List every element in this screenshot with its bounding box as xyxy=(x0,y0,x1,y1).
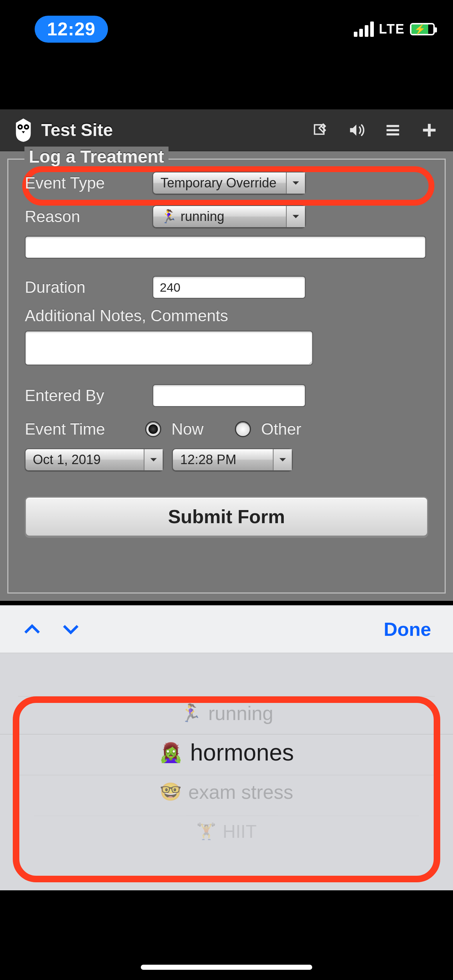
header-icons xyxy=(311,121,439,139)
svg-point-3 xyxy=(26,126,28,128)
event-type-value: Temporary Override xyxy=(153,175,286,191)
status-time-pill: 12:29 xyxy=(35,16,108,43)
volume-icon[interactable] xyxy=(347,121,365,139)
home-indicator xyxy=(141,965,312,970)
weightlifter-emoji-icon: 🏋️ xyxy=(196,822,216,841)
radio-now-label: Now xyxy=(171,420,204,438)
submit-button[interactable]: Submit Form xyxy=(25,496,428,537)
row-duration: Duration xyxy=(25,273,428,302)
chevron-down-icon xyxy=(144,449,163,470)
radio-other-label: Other xyxy=(261,420,301,438)
picker-option-selected[interactable]: 🧟‍♀️ hormones xyxy=(0,734,453,770)
plus-icon[interactable] xyxy=(420,121,439,139)
chevron-down-icon xyxy=(286,206,305,227)
brand: Test Site xyxy=(13,118,113,143)
picker-option-label: running xyxy=(208,702,273,724)
done-button[interactable]: Done xyxy=(384,618,431,640)
status-right: LTE ⚡ xyxy=(354,22,435,37)
runner-emoji-icon: 🏃‍♀️ xyxy=(180,703,202,723)
menu-icon[interactable] xyxy=(384,121,402,139)
picker-option-label: exam stress xyxy=(188,781,293,803)
date-value: Oct 1, 2019 xyxy=(26,452,144,468)
radio-other[interactable] xyxy=(235,421,251,437)
battery-icon: ⚡ xyxy=(410,23,435,35)
reason-text-input[interactable] xyxy=(25,236,426,258)
picker-option-label: hormones xyxy=(190,739,294,766)
input-accessory-bar: Done xyxy=(0,605,453,653)
chevron-down-icon xyxy=(273,449,292,470)
label-notes: Additional Notes, Comments xyxy=(25,307,428,325)
label-duration: Duration xyxy=(25,278,152,296)
event-type-select[interactable]: Temporary Override xyxy=(152,172,306,194)
chevron-down-icon xyxy=(286,172,305,194)
phone-frame: 12:29 LTE ⚡ Test Site xyxy=(0,0,453,980)
duration-input[interactable] xyxy=(152,276,306,299)
cellular-signal-icon xyxy=(354,22,374,37)
site-title: Test Site xyxy=(41,120,113,140)
time-value: 12:28 PM xyxy=(173,452,273,468)
row-entered-by: Entered By xyxy=(25,381,428,410)
label-reason: Reason xyxy=(25,207,152,226)
entered-by-input[interactable] xyxy=(152,384,306,407)
svg-point-2 xyxy=(19,126,21,128)
picker-option[interactable]: 🏋️ HIIT xyxy=(34,816,419,846)
treatment-form: Log a Treatment Event Type Temporary Ove… xyxy=(7,159,446,593)
zombie-emoji-icon: 🧟‍♀️ xyxy=(159,741,183,764)
row-event-time: Event Time Now Other xyxy=(25,415,428,443)
time-select[interactable]: 12:28 PM xyxy=(172,449,292,471)
row-reason: Reason 🏃‍♀️ running xyxy=(25,202,428,231)
label-event-time: Event Time xyxy=(25,420,145,438)
app-header: Test Site xyxy=(0,110,453,151)
label-event-type: Event Type xyxy=(25,174,152,192)
edit-icon[interactable] xyxy=(311,121,329,139)
date-select[interactable]: Oct 1, 2019 xyxy=(25,449,163,471)
picker-option-label: HIIT xyxy=(223,821,257,842)
picker-option[interactable]: 🤓 exam stress xyxy=(18,775,435,808)
radio-now[interactable] xyxy=(145,421,161,437)
label-entered-by: Entered By xyxy=(25,387,152,405)
next-field-chevron-down-icon[interactable] xyxy=(61,619,81,640)
notes-textarea[interactable] xyxy=(25,331,313,365)
reason-select[interactable]: 🏃‍♀️ running xyxy=(152,205,306,228)
prev-field-chevron-up-icon[interactable] xyxy=(22,619,42,640)
picker-option[interactable]: 🏃‍♀️ running xyxy=(18,696,435,730)
status-bar: 12:29 LTE ⚡ xyxy=(0,14,453,44)
network-label: LTE xyxy=(379,22,405,37)
picker-wheel[interactable]: 🏃‍♀️ running 🧟‍♀️ hormones 🤓 exam stress… xyxy=(0,653,453,890)
reason-value: 🏃‍♀️ running xyxy=(153,209,286,224)
charging-bolt-icon: ⚡ xyxy=(414,24,426,35)
nightscout-logo-icon xyxy=(13,118,34,143)
nerd-emoji-icon: 🤓 xyxy=(160,782,182,802)
form-legend: Log a Treatment xyxy=(24,146,169,167)
row-event-type: Event Type Temporary Override xyxy=(25,169,428,197)
app-content: Test Site Log a Treatment xyxy=(0,110,453,601)
row-datetime: Oct 1, 2019 12:28 PM xyxy=(25,449,428,471)
